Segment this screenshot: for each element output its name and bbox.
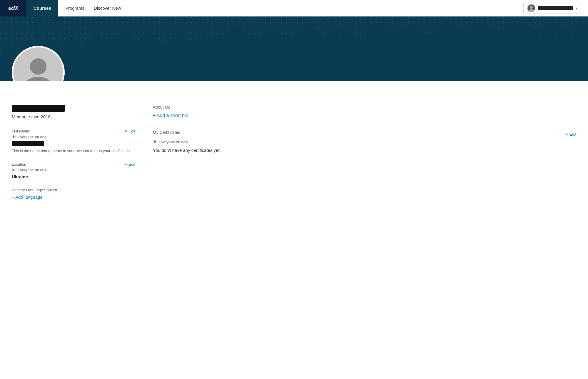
user-menu[interactable]: ▾	[523, 3, 581, 14]
programs-link[interactable]: Programs	[65, 6, 84, 11]
location-header: Location ✏ Edit	[12, 162, 135, 167]
language-label: Primary Language Spoken	[12, 188, 57, 192]
full-name-edit-button[interactable]: ✏ Edit	[124, 129, 135, 133]
certificates-title: My Certificates	[153, 130, 180, 135]
location-value: Ukraine	[12, 174, 135, 179]
certificates-visibility-row: 👁 Everyone on edX	[153, 139, 576, 144]
full-name-label: Full Name	[12, 129, 29, 133]
add-bio-button[interactable]: + Add a short bio	[153, 113, 576, 118]
location-visibility-row: 👁 Everyone on edX	[12, 168, 135, 172]
full-name-description: This is the name that appears in your ac…	[12, 148, 135, 154]
default-avatar-icon	[15, 49, 62, 81]
certificates-section: My Certificates ✏ Edit 👁 Everyone on edX…	[153, 130, 576, 153]
full-name-visibility-row: 👁 Everyone on edX	[12, 134, 135, 139]
no-certificates-text: You don't have any certificates yet.	[153, 148, 576, 153]
pencil-icon: ✏	[124, 129, 128, 133]
logo[interactable]: edX	[0, 0, 26, 16]
member-since-text: Member since 2018	[12, 114, 135, 119]
hero-banner: Upload Photo View My Records ↗	[0, 16, 588, 81]
add-language-button[interactable]: + Add language	[12, 195, 135, 200]
pencil-icon-certificates: ✏	[565, 132, 569, 137]
certificates-edit-label: Edit	[570, 132, 576, 137]
full-name-edit-label: Edit	[129, 129, 135, 133]
avatar-upload-button[interactable]: Upload Photo	[12, 46, 65, 81]
dot-pattern-background	[0, 16, 588, 81]
add-bio-label: + Add a short bio	[153, 113, 188, 118]
eye-icon-certificates: 👁	[153, 139, 157, 144]
discover-new-link[interactable]: Discover New	[94, 6, 121, 11]
avatar-container: Upload Photo	[12, 46, 65, 81]
about-me-section: About Me + Add a short bio	[153, 105, 576, 118]
nav-links: Programs Discover New	[58, 6, 523, 11]
dropdown-arrow-icon: ▾	[575, 6, 577, 10]
eye-icon: 👁	[12, 134, 16, 139]
navbar: edX Courses Programs Discover New ▾	[0, 0, 588, 16]
left-column: Member since 2018 Full Name ✏ Edit 👁 Eve…	[12, 105, 135, 208]
pencil-icon-location: ✏	[124, 162, 128, 167]
eye-icon-location: 👁	[12, 168, 16, 172]
location-edit-label: Edit	[129, 162, 135, 167]
location-visibility-text: Everyone on edX	[18, 168, 47, 172]
location-edit-button[interactable]: ✏ Edit	[124, 162, 135, 167]
full-name-header: Full Name ✏ Edit	[12, 129, 135, 133]
username-display-bar	[12, 105, 65, 112]
certificates-header: My Certificates ✏ Edit	[153, 130, 576, 138]
full-name-section: Full Name ✏ Edit 👁 Everyone on edX This …	[12, 129, 135, 154]
certificates-edit-button[interactable]: ✏ Edit	[565, 132, 576, 137]
right-column: About Me + Add a short bio My Certificat…	[153, 105, 576, 208]
language-section: Primary Language Spoken + Add language	[12, 187, 135, 200]
main-content: Member since 2018 Full Name ✏ Edit 👁 Eve…	[0, 105, 588, 220]
add-language-label: + Add language	[12, 195, 43, 200]
about-me-title: About Me	[153, 105, 576, 109]
svg-point-8	[30, 58, 46, 75]
full-name-value-bar	[12, 141, 44, 146]
user-avatar-icon	[527, 4, 535, 12]
profile-divider	[12, 124, 135, 124]
courses-label: Courses	[34, 6, 51, 11]
location-section: Location ✏ Edit 👁 Everyone on edX Ukrain…	[12, 162, 135, 179]
courses-nav-item[interactable]: Courses	[26, 0, 58, 16]
svg-point-1	[530, 6, 533, 9]
logo-text: edX	[8, 5, 18, 11]
location-label: Location	[12, 162, 26, 167]
certificates-visibility-text: Everyone on edX	[159, 140, 188, 144]
full-name-visibility-text: Everyone on edX	[18, 135, 47, 139]
username-bar	[538, 6, 573, 10]
